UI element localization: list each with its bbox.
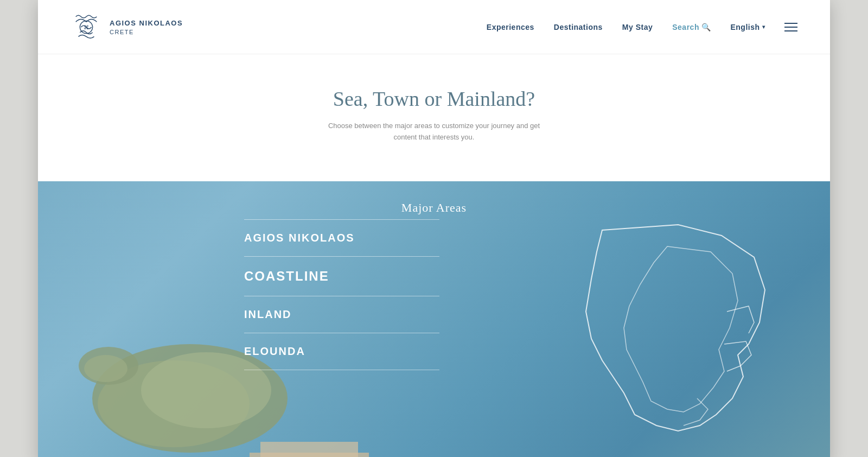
map-section: Major Areas AGIOS NIKOLAOS COASTLINE INL… [38,181,830,457]
nav-my-stay[interactable]: My Stay [622,23,653,31]
svg-point-8 [84,355,127,382]
nav-destinations[interactable]: Destinations [554,23,603,31]
hamburger-line-2 [784,27,797,28]
search-icon: 🔍 [701,23,711,31]
area-item-agios-nikolaos[interactable]: AGIOS NIKOLAOS [244,219,439,256]
svg-rect-10 [260,442,358,457]
area-item-inland[interactable]: INLAND [244,296,439,333]
hero-title: Sea, Town or Mainland? [60,87,808,111]
hamburger-menu[interactable] [784,23,797,31]
nav-search[interactable]: Search 🔍 [672,23,711,31]
major-areas-heading: Major Areas [401,201,467,215]
area-label-elounda: ELOUNDA [244,345,305,357]
hamburger-line-1 [784,23,797,24]
svg-text:⌘: ⌘ [84,24,89,30]
logo-icon: ⌘ [71,11,102,43]
logo-title: AGIOS NIKOLAOS [110,18,183,28]
browser-window: ⌘ AGIOS NIKOLAOS CRETE Experiences Desti… [38,0,830,457]
logo-subtitle: CRETE [110,29,183,35]
area-list: AGIOS NIKOLAOS COASTLINE INLAND ELOUNDA [244,219,439,370]
chevron-down-icon: ▾ [762,24,765,30]
area-item-elounda[interactable]: ELOUNDA [244,333,439,370]
language-label: English [730,23,760,31]
area-item-coastline[interactable]: COASTLINE [244,256,439,296]
hero-subtitle: Choose between the major areas to custom… [326,120,542,143]
area-label-inland: INLAND [244,308,292,320]
nav-language[interactable]: English ▾ [730,23,765,31]
logo-area[interactable]: ⌘ AGIOS NIKOLAOS CRETE [71,11,183,43]
hero-section: Sea, Town or Mainland? Choose between th… [38,54,830,181]
header: ⌘ AGIOS NIKOLAOS CRETE Experiences Desti… [38,0,830,54]
logo-text: AGIOS NIKOLAOS CRETE [110,18,183,35]
nav-experiences[interactable]: Experiences [487,23,534,31]
area-label-agios-nikolaos: AGIOS NIKOLAOS [244,232,355,244]
main-nav: Experiences Destinations My Stay Search … [487,23,797,31]
hamburger-line-3 [784,30,797,31]
map-outline-svg [570,214,776,442]
search-label: Search [672,23,699,31]
area-label-coastline: COASTLINE [244,269,329,283]
